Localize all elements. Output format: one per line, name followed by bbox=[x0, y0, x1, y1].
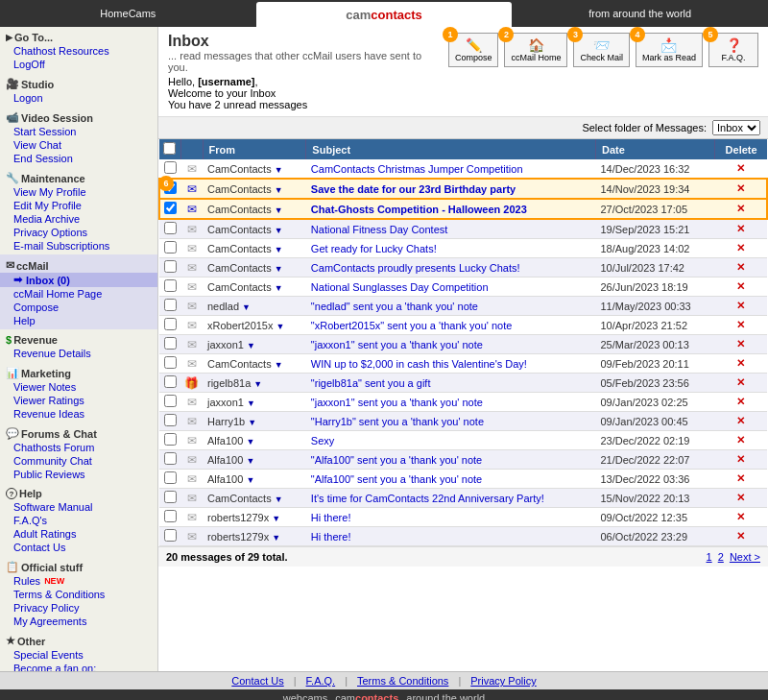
msg-checkbox-15[interactable] bbox=[164, 433, 177, 446]
sidebar-item-view-chat[interactable]: View Chat bbox=[0, 138, 157, 152]
row-delete-7[interactable]: ✕ bbox=[715, 278, 767, 297]
row-checkbox-13[interactable] bbox=[159, 393, 180, 412]
row-delete-20[interactable]: ✕ bbox=[715, 527, 767, 546]
row-checkbox-17[interactable] bbox=[159, 470, 180, 489]
row-delete-2[interactable]: ✕ bbox=[715, 179, 767, 199]
row-delete-18[interactable]: ✕ bbox=[715, 489, 767, 508]
row-checkbox-12[interactable] bbox=[159, 374, 180, 393]
row-checkbox-8[interactable] bbox=[159, 297, 180, 316]
msg-subject-link-18[interactable]: It's time for CamContacts 22nd Anniversa… bbox=[311, 493, 544, 504]
sidebar-item-media-archive[interactable]: Media Archive bbox=[0, 212, 157, 226]
row-delete-11[interactable]: ✕ bbox=[715, 354, 767, 374]
row-delete-3[interactable]: ✕ bbox=[715, 199, 767, 219]
row-delete-4[interactable]: ✕ bbox=[715, 219, 767, 239]
footer-terms[interactable]: Terms & Conditions bbox=[348, 675, 458, 687]
msg-checkbox-1[interactable] bbox=[164, 161, 177, 174]
row-delete-12[interactable]: ✕ bbox=[715, 374, 767, 393]
sidebar-item-terms[interactable]: Terms & Conditions bbox=[0, 588, 157, 601]
row-delete-17[interactable]: ✕ bbox=[715, 470, 767, 489]
sidebar-item-my-agreements[interactable]: My Agreements bbox=[0, 615, 157, 628]
row-delete-9[interactable]: ✕ bbox=[715, 316, 767, 335]
sidebar-item-viewer-ratings[interactable]: Viewer Ratings bbox=[0, 394, 157, 407]
msg-subject-link-19[interactable]: Hi there! bbox=[311, 512, 351, 523]
sidebar-item-become-fan[interactable]: Become a fan on: bbox=[0, 662, 157, 671]
msg-checkbox-3[interactable] bbox=[164, 202, 177, 214]
msg-checkbox-14[interactable] bbox=[164, 414, 177, 426]
msg-checkbox-11[interactable] bbox=[164, 356, 177, 369]
sidebar-item-chathost[interactable]: Chathost Resources bbox=[0, 44, 157, 58]
msg-checkbox-10[interactable] bbox=[164, 337, 177, 350]
footer-faq[interactable]: F.A.Q. bbox=[297, 675, 346, 687]
msg-checkbox-17[interactable] bbox=[164, 471, 177, 484]
row-delete-6[interactable]: ✕ bbox=[715, 258, 767, 278]
sidebar-item-chathosts-forum[interactable]: Chathosts Forum bbox=[0, 441, 157, 454]
msg-subject-link-6[interactable]: CamContacts proudly presents Lucky Chats… bbox=[311, 262, 520, 274]
row-checkbox-4[interactable] bbox=[159, 219, 180, 239]
row-delete-1[interactable]: ✕ bbox=[715, 159, 767, 179]
row-delete-8[interactable]: ✕ bbox=[715, 297, 767, 316]
row-checkbox-7[interactable] bbox=[159, 278, 180, 297]
row-checkbox-3[interactable] bbox=[159, 199, 180, 219]
row-checkbox-10[interactable] bbox=[159, 335, 180, 354]
sidebar-item-help[interactable]: Help bbox=[0, 314, 157, 327]
msg-subject-link-12[interactable]: "rigelb81a" sent you a gift bbox=[311, 377, 431, 389]
tab-world[interactable]: from around the world bbox=[588, 8, 691, 19]
row-delete-13[interactable]: ✕ bbox=[715, 393, 767, 412]
sidebar-item-rules[interactable]: Rules NEW bbox=[0, 574, 157, 588]
row-delete-5[interactable]: ✕ bbox=[715, 239, 767, 258]
row-checkbox-6[interactable] bbox=[159, 258, 180, 278]
sidebar-item-viewer-notes[interactable]: Viewer Notes bbox=[0, 380, 157, 394]
row-checkbox-9[interactable] bbox=[159, 316, 180, 335]
row-delete-14[interactable]: ✕ bbox=[715, 412, 767, 431]
row-checkbox-11[interactable] bbox=[159, 354, 180, 374]
sidebar-item-privacy-policy[interactable]: Privacy Policy bbox=[0, 601, 157, 615]
msg-checkbox-19[interactable] bbox=[164, 510, 177, 522]
sidebar-item-faq[interactable]: F.A.Q's bbox=[0, 514, 157, 527]
msg-subject-link-13[interactable]: "jaxxon1" sent you a 'thank you' note bbox=[311, 397, 483, 408]
msg-subject-link-2[interactable]: Save the date for our 23rd Birthday part… bbox=[311, 183, 516, 195]
row-checkbox-15[interactable] bbox=[159, 431, 180, 450]
msg-subject-link-17[interactable]: "Alfa100" sent you a 'thank you' note bbox=[311, 473, 482, 485]
sidebar-item-revenue-details[interactable]: Revenue Details bbox=[0, 347, 157, 360]
msg-subject-link-15[interactable]: Sexy bbox=[311, 435, 334, 447]
msg-subject-link-16[interactable]: "Alfa100" sent you a 'thank you' note bbox=[311, 454, 482, 466]
sidebar-item-software-manual[interactable]: Software Manual bbox=[0, 500, 157, 514]
row-checkbox-2[interactable]: 6 bbox=[159, 179, 180, 199]
msg-subject-link-10[interactable]: "jaxxon1" sent you a 'thank you' note bbox=[311, 339, 483, 350]
page-1-link[interactable]: 1 bbox=[707, 551, 712, 563]
msg-subject-link-20[interactable]: Hi there! bbox=[311, 531, 351, 543]
sidebar-item-end-session[interactable]: End Session bbox=[0, 152, 157, 165]
row-checkbox-14[interactable] bbox=[159, 412, 180, 431]
msg-checkbox-9[interactable] bbox=[164, 318, 177, 330]
row-checkbox-19[interactable] bbox=[159, 508, 180, 527]
sidebar-item-view-profile[interactable]: View My Profile bbox=[0, 185, 157, 199]
row-checkbox-20[interactable] bbox=[159, 527, 180, 546]
msg-checkbox-13[interactable] bbox=[164, 395, 177, 407]
msg-checkbox-20[interactable] bbox=[164, 529, 177, 542]
msg-subject-link-4[interactable]: National Fitness Day Contest bbox=[311, 224, 447, 235]
msg-checkbox-6[interactable] bbox=[164, 260, 177, 273]
sidebar-item-privacy-options[interactable]: Privacy Options bbox=[0, 226, 157, 239]
sidebar-item-inbox[interactable]: ➡ Inbox (0) bbox=[0, 273, 157, 287]
footer-privacy-policy[interactable]: Privacy Policy bbox=[461, 675, 545, 687]
sidebar-item-start-session[interactable]: Start Session bbox=[0, 125, 157, 138]
msg-checkbox-4[interactable] bbox=[164, 222, 177, 234]
msg-subject-link-8[interactable]: "nedlad" sent you a 'thank you' note bbox=[311, 301, 478, 312]
msg-subject-link-3[interactable]: Chat-Ghosts Competition - Halloween 2023 bbox=[311, 204, 527, 215]
msg-subject-link-9[interactable]: "xRobert2015x" sent you a 'thank you' no… bbox=[311, 320, 513, 331]
sidebar-item-community-chat[interactable]: Community Chat bbox=[0, 454, 157, 468]
msg-checkbox-18[interactable] bbox=[164, 491, 177, 503]
page-2-link[interactable]: 2 bbox=[718, 551, 724, 563]
sidebar-item-adult-ratings[interactable]: Adult Ratings bbox=[0, 527, 157, 541]
tab-homecams[interactable]: HomeCams bbox=[100, 8, 156, 19]
sidebar-item-email-subs[interactable]: E-mail Subscriptions bbox=[0, 239, 157, 253]
msg-subject-link-11[interactable]: WIN up to $2,000 in cash this Valentine'… bbox=[311, 358, 527, 370]
sidebar-item-ccmail-home[interactable]: ccMail Home Page bbox=[0, 287, 157, 301]
msg-checkbox-8[interactable] bbox=[164, 299, 177, 311]
sidebar-item-logon[interactable]: Logon bbox=[0, 91, 157, 105]
msg-checkbox-16[interactable] bbox=[164, 452, 177, 465]
row-checkbox-5[interactable] bbox=[159, 239, 180, 258]
row-delete-19[interactable]: ✕ bbox=[715, 508, 767, 527]
sidebar-item-compose[interactable]: Compose bbox=[0, 301, 157, 314]
msg-checkbox-12[interactable] bbox=[164, 375, 177, 388]
